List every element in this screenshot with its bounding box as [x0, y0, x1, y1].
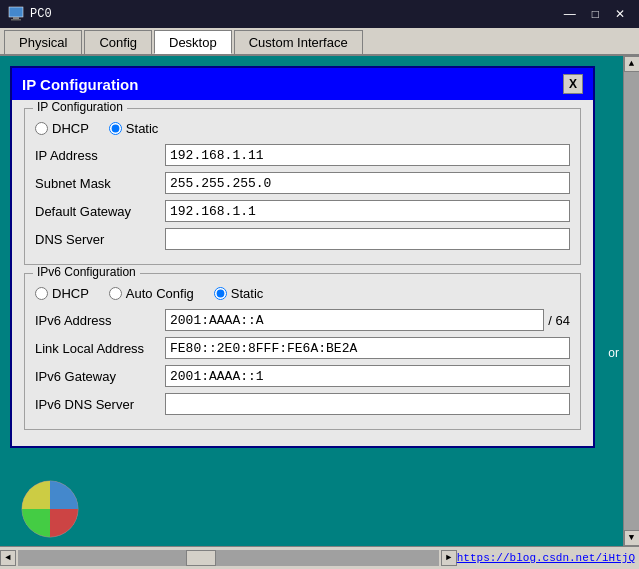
ipv6-radio-row: DHCP Auto Config Static — [35, 286, 570, 301]
window-title: PC0 — [30, 7, 52, 21]
default-gateway-input[interactable] — [165, 200, 570, 222]
scroll-right-button[interactable]: ► — [441, 550, 457, 566]
link-local-wrap — [165, 337, 570, 359]
ip-panel-header: IP Configuration X — [12, 68, 593, 100]
tab-custom-interface[interactable]: Custom Interface — [234, 30, 363, 54]
pie-chart — [20, 479, 80, 539]
ipv6-address-label: IPv6 Address — [35, 313, 165, 328]
right-scrollbar: ▲ ▼ — [623, 56, 639, 546]
default-gateway-row: Default Gateway — [35, 200, 570, 222]
ip-address-row: IP Address — [35, 144, 570, 166]
ipv6-gateway-label: IPv6 Gateway — [35, 369, 165, 384]
ipv6-gateway-wrap — [165, 365, 570, 387]
ip-panel-close-button[interactable]: X — [563, 74, 583, 94]
ip-panel-title: IP Configuration — [22, 76, 138, 93]
svg-rect-0 — [9, 7, 23, 17]
dhcp-radio-label[interactable]: DHCP — [35, 121, 89, 136]
ipv6-autoconfig-radio-label[interactable]: Auto Config — [109, 286, 194, 301]
ipv6-section-label: IPv6 Configuration — [33, 265, 140, 279]
default-gateway-wrap — [165, 200, 570, 222]
scroll-down-button[interactable]: ▼ — [624, 530, 640, 546]
dhcp-label: DHCP — [52, 121, 89, 136]
ipv6-dhcp-radio-label[interactable]: DHCP — [35, 286, 89, 301]
ipv6-static-radio-label[interactable]: Static — [214, 286, 264, 301]
bottom-bar: ◄ ► https://blog.csdn.net/iHtjQ — [0, 546, 639, 569]
ipv6-autoconfig-radio[interactable] — [109, 287, 122, 300]
tab-config[interactable]: Config — [84, 30, 152, 54]
dns-server-input[interactable] — [165, 228, 570, 250]
link-local-label: Link Local Address — [35, 341, 165, 356]
link-local-input[interactable] — [165, 337, 570, 359]
ipv4-radio-row: DHCP Static — [35, 121, 570, 136]
ip-address-input[interactable] — [165, 144, 570, 166]
ipv6-address-row: IPv6 Address / 64 — [35, 309, 570, 331]
ipv6-dns-input[interactable] — [165, 393, 570, 415]
dhcp-radio[interactable] — [35, 122, 48, 135]
ip-address-wrap — [165, 144, 570, 166]
title-bar-left: PC0 — [8, 6, 52, 22]
ip-address-label: IP Address — [35, 148, 165, 163]
ipv4-section-label: IP Configuration — [33, 100, 127, 114]
dns-server-row: DNS Server — [35, 228, 570, 250]
ipv6-autoconfig-label: Auto Config — [126, 286, 194, 301]
ip-panel-body: IP Configuration DHCP Static IP Address — [12, 100, 593, 446]
tab-desktop[interactable]: Desktop — [154, 30, 232, 54]
title-bar: PC0 — □ ✕ — [0, 0, 639, 28]
svg-rect-2 — [11, 19, 21, 21]
tab-bar: Physical Config Desktop Custom Interface — [0, 28, 639, 56]
ipv6-gateway-input[interactable] — [165, 365, 570, 387]
status-url: https://blog.csdn.net/iHtjQ — [457, 552, 639, 564]
subnet-mask-wrap — [165, 172, 570, 194]
ipv6-address-wrap: / 64 — [165, 309, 570, 331]
main-content: IP Configuration X IP Configuration DHCP… — [0, 56, 639, 569]
subnet-mask-input[interactable] — [165, 172, 570, 194]
subnet-mask-row: Subnet Mask — [35, 172, 570, 194]
scroll-up-button[interactable]: ▲ — [624, 56, 640, 72]
title-bar-controls: — □ ✕ — [558, 4, 631, 24]
scroll-track-vertical[interactable] — [624, 72, 639, 530]
subnet-mask-label: Subnet Mask — [35, 176, 165, 191]
ip-config-panel: IP Configuration X IP Configuration DHCP… — [10, 66, 595, 448]
dns-server-wrap — [165, 228, 570, 250]
minimize-button[interactable]: — — [558, 4, 582, 24]
ipv6-static-radio[interactable] — [214, 287, 227, 300]
scroll-track-horizontal[interactable] — [18, 550, 439, 566]
ipv4-section: IP Configuration DHCP Static IP Address — [24, 108, 581, 265]
ipv6-address-input[interactable] — [165, 309, 544, 331]
ipv6-section: IPv6 Configuration DHCP Auto Config Stat… — [24, 273, 581, 430]
ipv6-dns-row: IPv6 DNS Server — [35, 393, 570, 415]
close-button[interactable]: ✕ — [609, 4, 631, 24]
svg-rect-1 — [13, 17, 19, 19]
ipv6-dns-label: IPv6 DNS Server — [35, 397, 165, 412]
tab-physical[interactable]: Physical — [4, 30, 82, 54]
ipv6-dhcp-radio[interactable] — [35, 287, 48, 300]
or-text: or — [608, 346, 619, 360]
dns-server-label: DNS Server — [35, 232, 165, 247]
static-label: Static — [126, 121, 159, 136]
ipv6-static-label: Static — [231, 286, 264, 301]
maximize-button[interactable]: □ — [586, 4, 605, 24]
scroll-thumb-horizontal[interactable] — [186, 550, 216, 566]
prefix-length: / 64 — [548, 313, 570, 328]
ipv6-dhcp-label: DHCP — [52, 286, 89, 301]
ipv6-dns-wrap — [165, 393, 570, 415]
default-gateway-label: Default Gateway — [35, 204, 165, 219]
link-local-row: Link Local Address — [35, 337, 570, 359]
static-radio[interactable] — [109, 122, 122, 135]
scroll-left-button[interactable]: ◄ — [0, 550, 16, 566]
pc-icon — [8, 6, 24, 22]
static-radio-label[interactable]: Static — [109, 121, 159, 136]
ipv6-gateway-row: IPv6 Gateway — [35, 365, 570, 387]
